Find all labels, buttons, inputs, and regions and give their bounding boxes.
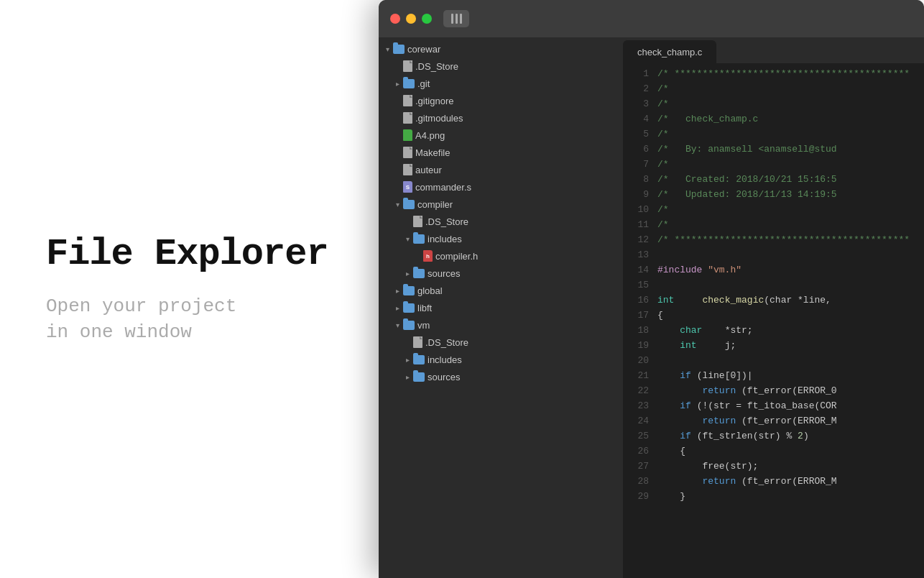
arrow-icon: ▸ bbox=[392, 304, 403, 312]
arrow-icon: ▸ bbox=[402, 270, 413, 277]
sidebar-item-commanders[interactable]: Scommander.s bbox=[379, 178, 623, 196]
line-numbers: 1234567891011121314151617181920212223242… bbox=[623, 63, 657, 578]
line-number: 25 bbox=[623, 428, 649, 444]
file-icon bbox=[403, 95, 412, 106]
arrow-icon: ▾ bbox=[382, 45, 393, 53]
code-line: /* bbox=[657, 157, 924, 172]
close-button[interactable] bbox=[390, 14, 400, 24]
sidebar-item-label: .gitignore bbox=[415, 96, 453, 106]
code-line: int check_magic(char *line, bbox=[657, 293, 924, 308]
sidebar-item-ds_store_compiler[interactable]: .DS_Store bbox=[379, 213, 623, 230]
app-content: ▾corewar.DS_Store▸.git.gitignore.gitmodu… bbox=[379, 37, 924, 578]
line-number: 11 bbox=[623, 217, 649, 232]
folder-icon bbox=[403, 321, 415, 330]
line-number: 28 bbox=[623, 474, 649, 489]
code-line: return (ft_error(ERROR_M bbox=[657, 474, 924, 489]
line-number: 26 bbox=[623, 444, 649, 459]
sidebar-item-corewar[interactable]: ▾corewar bbox=[379, 40, 623, 58]
png-file-icon bbox=[403, 129, 412, 141]
code-line: { bbox=[657, 444, 924, 459]
hero-subtitle: Open your project in one window bbox=[46, 293, 379, 346]
sidebar-item-vm[interactable]: ▾vm bbox=[379, 316, 623, 334]
code-line: /* Created: 2018/10/21 15:16:5 bbox=[657, 172, 924, 187]
sidebar-item-auteur[interactable]: auteur bbox=[379, 161, 623, 178]
sidebar-item-global[interactable]: ▸global bbox=[379, 282, 623, 299]
code-line: /* bbox=[657, 96, 924, 111]
title-bar bbox=[379, 0, 924, 37]
tab-check-champ[interactable]: check_champ.c bbox=[623, 40, 716, 63]
code-line: #include "vm.h" bbox=[657, 262, 924, 277]
code-line: int j; bbox=[657, 338, 924, 353]
line-number: 3 bbox=[623, 96, 649, 111]
arrow-icon: ▾ bbox=[392, 321, 403, 329]
folder-icon bbox=[413, 372, 425, 382]
code-line: /* bbox=[657, 202, 924, 217]
arrow-icon: ▸ bbox=[392, 80, 403, 88]
sidebar-item-ds_store_root[interactable]: .DS_Store bbox=[379, 58, 623, 75]
folder-icon bbox=[403, 79, 415, 88]
sidebar-item-label: sources bbox=[428, 372, 461, 382]
sidebar-item-compiler[interactable]: ▾compiler bbox=[379, 196, 623, 213]
hero-title: File Explorer bbox=[46, 233, 379, 276]
folder-icon bbox=[393, 45, 405, 54]
line-number: 1 bbox=[623, 66, 649, 81]
sidebar-item-a4png[interactable]: A4.png bbox=[379, 127, 623, 144]
left-panel: File Explorer Open your project in one w… bbox=[0, 0, 379, 578]
sidebar-item-label: corewar bbox=[407, 44, 440, 55]
code-line: /* bbox=[657, 127, 924, 142]
code-content: 1234567891011121314151617181920212223242… bbox=[623, 63, 924, 578]
code-line: /* check_champ.c bbox=[657, 111, 924, 127]
file-icon bbox=[403, 147, 412, 158]
line-number: 2 bbox=[623, 81, 649, 96]
folder-icon bbox=[413, 269, 425, 278]
sidebar-item-compiler_h[interactable]: hcompiler.h bbox=[379, 247, 623, 265]
sidebar-item-sources_compiler[interactable]: ▸sources bbox=[379, 265, 623, 282]
line-number: 21 bbox=[623, 368, 649, 383]
file-sidebar[interactable]: ▾corewar.DS_Store▸.git.gitignore.gitmodu… bbox=[379, 37, 623, 578]
code-line: return (ft_error(ERROR_0 bbox=[657, 383, 924, 398]
sidebar-item-makefile[interactable]: Makefile bbox=[379, 144, 623, 161]
folder-icon bbox=[403, 200, 415, 209]
code-line bbox=[657, 247, 924, 262]
sidebar-item-includes_vm[interactable]: ▸includes bbox=[379, 351, 623, 368]
line-number: 9 bbox=[623, 187, 649, 202]
code-area: check_champ.c 12345678910111213141516171… bbox=[623, 37, 924, 578]
file-icon bbox=[413, 216, 422, 227]
arrow-icon: ▸ bbox=[392, 287, 403, 295]
minimize-button[interactable] bbox=[406, 14, 416, 24]
file-icon bbox=[403, 60, 412, 72]
code-line: /* Updated: 2018/11/13 14:19:5 bbox=[657, 187, 924, 202]
sidebar-item-label: includes bbox=[428, 354, 462, 365]
sidebar-toggle-button[interactable] bbox=[443, 10, 469, 27]
folder-icon bbox=[413, 355, 425, 364]
folder-icon bbox=[403, 286, 415, 295]
code-line: if (!(str = ft_itoa_base(COR bbox=[657, 398, 924, 413]
line-number: 29 bbox=[623, 489, 649, 504]
sidebar-item-label: compiler.h bbox=[435, 251, 478, 262]
sidebar-item-label: commander.s bbox=[415, 182, 471, 193]
sidebar-item-ds_store_vm[interactable]: .DS_Store bbox=[379, 334, 623, 351]
code-line: /* bbox=[657, 217, 924, 232]
line-number: 14 bbox=[623, 262, 649, 277]
code-line bbox=[657, 277, 924, 293]
code-line: if (ft_strlen(str) % 2) bbox=[657, 428, 924, 444]
maximize-button[interactable] bbox=[422, 14, 432, 24]
code-line: /* *************************************… bbox=[657, 66, 924, 81]
code-line bbox=[657, 353, 924, 368]
sidebar-item-includes_compiler[interactable]: ▾includes bbox=[379, 230, 623, 247]
sidebar-item-label: vm bbox=[417, 320, 430, 331]
sidebar-item-libft[interactable]: ▸libft bbox=[379, 299, 623, 316]
traffic-lights bbox=[390, 14, 432, 24]
file-icon bbox=[403, 112, 412, 124]
tab-bar: check_champ.c bbox=[623, 37, 924, 63]
sidebar-item-label: Makefile bbox=[415, 147, 450, 158]
sidebar-item-gitmodules[interactable]: .gitmodules bbox=[379, 109, 623, 127]
code-line: { bbox=[657, 308, 924, 323]
arrow-icon: ▾ bbox=[392, 201, 403, 208]
sidebar-item-sources_vm[interactable]: ▸sources bbox=[379, 368, 623, 385]
sidebar-item-gitignore[interactable]: .gitignore bbox=[379, 92, 623, 109]
line-number: 12 bbox=[623, 232, 649, 247]
sidebar-item-git[interactable]: ▸.git bbox=[379, 75, 623, 92]
arrow-icon: ▸ bbox=[402, 356, 413, 364]
sidebar-item-label: .DS_Store bbox=[425, 337, 468, 348]
